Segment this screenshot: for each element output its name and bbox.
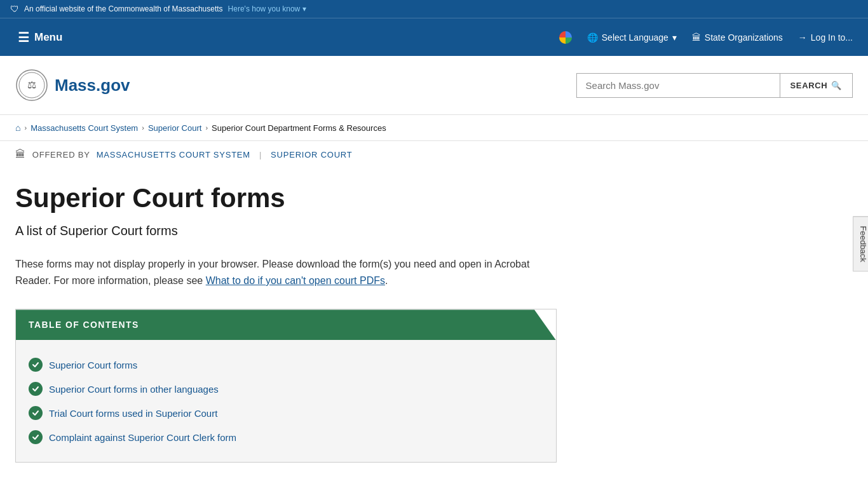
toc-item: Superior Court forms	[29, 353, 543, 377]
log-in-link[interactable]: → Log In to...	[798, 32, 853, 43]
svg-text:⚖: ⚖	[27, 79, 36, 90]
search-icon: 🔍	[831, 81, 842, 90]
state-organizations-link[interactable]: 🏛 State Organizations	[692, 32, 783, 43]
page-subtitle: A list of Superior Court forms	[15, 224, 557, 238]
search-input[interactable]	[576, 73, 780, 98]
toc-item: Complaint against Superior Court Clerk f…	[29, 425, 543, 449]
breadcrumb-sep-3: ›	[205, 124, 208, 132]
top-banner: 🛡 An official website of the Commonwealt…	[0, 0, 868, 18]
heres-how-link[interactable]: Here's how you know ▾	[228, 4, 307, 13]
breadcrumb-superior-court-link[interactable]: Superior Court	[148, 123, 202, 133]
toc-link[interactable]: Superior Court forms	[49, 360, 137, 370]
select-language-button[interactable]: 🌐 Select Language ▾	[587, 32, 677, 43]
court-pdfs-link[interactable]: What to do if you can't open court PDFs	[206, 275, 385, 286]
toc-link[interactable]: Complaint against Superior Court Clerk f…	[49, 432, 236, 443]
org-icon: 🏛	[15, 149, 26, 160]
logo-link[interactable]: ⚖ Mass.gov	[15, 69, 130, 102]
breadcrumb-sep-2: ›	[142, 124, 144, 132]
main-content: Superior Court forms A list of Superior …	[0, 168, 572, 483]
menu-button[interactable]: ☰ Menu	[15, 25, 65, 50]
toc-header: TABLE OF CONTENTS	[16, 309, 556, 340]
toc-item: Superior Court forms in other languages	[29, 377, 543, 401]
search-area: SEARCH 🔍	[576, 73, 853, 98]
chevron-down-icon: ▾	[302, 4, 306, 13]
toc-check-icon	[29, 358, 43, 372]
login-icon: →	[798, 32, 807, 43]
toc-check-icon	[29, 382, 43, 396]
chevron-down-icon: ▾	[672, 32, 677, 43]
breadcrumb-home-link[interactable]: ⌂	[15, 123, 20, 133]
feedback-tab[interactable]: Feedback	[853, 216, 868, 271]
breadcrumb-mass-court-link[interactable]: Massachusetts Court System	[31, 123, 138, 133]
breadcrumb-current: Superior Court Department Forms & Resour…	[212, 123, 386, 133]
google-translate-icon	[559, 31, 572, 44]
nav-right: 🌐 Select Language ▾ 🏛 State Organization…	[559, 31, 853, 44]
search-button[interactable]: SEARCH 🔍	[780, 73, 853, 98]
toc-link[interactable]: Superior Court forms in other languages	[49, 384, 219, 395]
nav-left: ☰ Menu	[15, 25, 65, 50]
official-text: An official website of the Commonwealth …	[24, 4, 223, 13]
breadcrumb-sep-1: ›	[24, 124, 27, 132]
hamburger-icon: ☰	[18, 30, 29, 45]
shield-icon: 🛡	[10, 4, 19, 14]
toc-item: Trial Court forms used in Superior Court	[29, 401, 543, 425]
offered-by: 🏛 OFFERED BY Massachusetts Court System …	[0, 141, 868, 168]
home-icon: ⌂	[15, 123, 20, 133]
toc-link[interactable]: Trial Court forms used in Superior Court	[49, 408, 217, 419]
toc-check-icon	[29, 430, 43, 444]
globe-icon: 🌐	[587, 32, 598, 43]
toc-body: Superior Court forms Superior Court form…	[16, 340, 556, 462]
main-nav: ☰ Menu 🌐 Select Language ▾ 🏛 State Organ…	[0, 18, 868, 56]
offered-by-org2-link[interactable]: Superior Court	[271, 150, 352, 159]
toc-check-icon	[29, 406, 43, 420]
toc-container: TABLE OF CONTENTS Superior Court forms S…	[15, 309, 557, 463]
logo-text: Mass.gov	[55, 76, 130, 95]
breadcrumb: ⌂ › Massachusetts Court System › Superio…	[0, 115, 868, 141]
offered-by-divider: |	[259, 150, 262, 159]
site-header: ⚖ Mass.gov SEARCH 🔍	[0, 56, 868, 115]
offered-by-org1-link[interactable]: Massachusetts Court System	[97, 150, 250, 159]
page-title: Superior Court forms	[15, 183, 557, 214]
mass-gov-logo: ⚖	[15, 69, 48, 102]
building-icon: 🏛	[692, 32, 701, 43]
page-description: These forms may not display properly in …	[15, 256, 557, 288]
